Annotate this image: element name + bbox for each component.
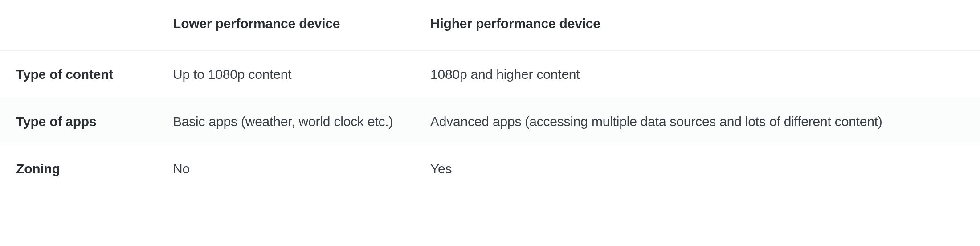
table-row: Type of apps Basic apps (weather, world … [0, 98, 980, 145]
row-label: Zoning [0, 145, 173, 193]
table-header-empty [0, 0, 173, 51]
table-header-higher: Higher performance device [430, 0, 980, 51]
comparison-table: Lower performance device Higher performa… [0, 0, 980, 192]
cell-lower: Basic apps (weather, world clock etc.) [173, 98, 430, 145]
table-header-lower: Lower performance device [173, 0, 430, 51]
cell-higher: 1080p and higher content [430, 51, 980, 98]
table-row: Zoning No Yes [0, 145, 980, 193]
row-label: Type of apps [0, 98, 173, 145]
table-header-row: Lower performance device Higher performa… [0, 0, 980, 51]
table-row: Type of content Up to 1080p content 1080… [0, 51, 980, 98]
row-label: Type of content [0, 51, 173, 98]
cell-lower: Up to 1080p content [173, 51, 430, 98]
cell-lower: No [173, 145, 430, 193]
cell-higher: Advanced apps (accessing multiple data s… [430, 98, 980, 145]
cell-higher: Yes [430, 145, 980, 193]
